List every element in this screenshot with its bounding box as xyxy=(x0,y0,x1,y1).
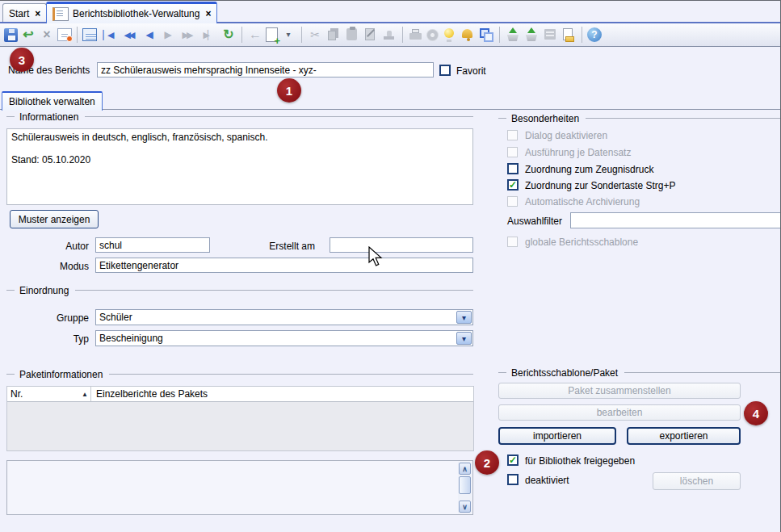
stamp-icon[interactable] xyxy=(381,27,397,43)
copy-icon[interactable] xyxy=(325,27,342,43)
deaktiviert-label: deaktiviert xyxy=(525,475,569,486)
muster-anzeigen-button[interactable]: Muster anzeigen xyxy=(10,210,99,228)
erstellt-am-input[interactable] xyxy=(330,237,473,253)
separator xyxy=(402,27,403,43)
separator xyxy=(241,27,242,43)
fuer-bibliothek-freigegeben-label: für Bibliothek freigegeben xyxy=(525,455,635,467)
import-basket-icon[interactable] xyxy=(505,27,521,43)
deaktiviert-checkbox[interactable] xyxy=(507,474,519,485)
vertical-scrollbar[interactable]: ∧ ∨ xyxy=(458,462,472,513)
typ-select[interactable]: Bescheinigung ▾ xyxy=(95,330,473,346)
subtab-divider xyxy=(0,109,781,110)
new-report-icon[interactable] xyxy=(266,27,278,42)
annotation-badge-4: 4 xyxy=(744,401,768,425)
paste-icon[interactable] xyxy=(344,27,360,43)
tab-start[interactable]: Start × xyxy=(2,3,47,23)
save-icon[interactable] xyxy=(4,28,18,42)
paketinformationen-group-header: Paketinformationen xyxy=(6,369,473,379)
importieren-button[interactable]: importieren xyxy=(498,427,616,445)
paket-col-einzelberichte[interactable]: Einzelberichte des Pakets xyxy=(91,387,473,401)
zuordnung-sondertaste-label: Zuordnung zur Sondertaste Strg+P xyxy=(525,180,675,191)
new-report-dropdown-icon[interactable]: ▾ xyxy=(280,27,296,43)
ausfuehrung-je-datensatz-label: Ausführung je Datensatz xyxy=(525,147,631,158)
bottom-textarea[interactable]: ∧ ∨ xyxy=(6,460,473,515)
berichtsschablone-title: Berichtsschablone/Paket xyxy=(511,367,618,379)
tab-berichtsbibliothek-close-icon[interactable]: × xyxy=(205,8,211,19)
dialog-deaktivieren-checkbox[interactable] xyxy=(507,130,518,140)
print-icon[interactable] xyxy=(408,27,424,43)
copy-table-icon[interactable] xyxy=(82,28,97,41)
informationen-group-header: Informationen xyxy=(6,111,473,122)
tab-start-label: Start xyxy=(9,8,29,19)
typ-dropdown-icon[interactable]: ▾ xyxy=(456,332,472,345)
gruppe-dropdown-icon[interactable]: ▾ xyxy=(456,311,472,324)
export-basket-icon[interactable] xyxy=(523,27,540,43)
globale-berichtsschablone-checkbox[interactable] xyxy=(507,237,518,247)
auswahlfilter-label: Auswahlfilter xyxy=(507,216,562,227)
nav-first-icon[interactable]: ▏◀ xyxy=(99,27,118,43)
tab-berichtsbibliothek[interactable]: Berichtsbibliothek-Verwaltung × xyxy=(46,2,217,23)
refresh-icon[interactable]: ↻ xyxy=(220,27,237,43)
delete-icon[interactable]: × xyxy=(39,27,55,43)
zuordnung-sondertaste-checkbox[interactable]: ✓ xyxy=(507,179,519,191)
zuordnung-zeugnisdruck-label: Zuordnung zum Zeugnisdruck xyxy=(525,164,653,175)
tab-start-close-icon[interactable]: × xyxy=(35,8,40,19)
help-icon[interactable]: ? xyxy=(587,27,602,42)
informationen-line1: Schülerausweis in deutsch, englisch, fra… xyxy=(11,132,468,143)
nav-fast-forward-icon[interactable]: ▶▶ xyxy=(178,27,197,43)
bearbeiten-button[interactable]: bearbeiten xyxy=(498,404,741,421)
gruppe-label: Gruppe xyxy=(6,312,89,324)
cut-icon[interactable]: ✂ xyxy=(307,27,323,43)
informationen-textarea[interactable]: Schülerausweis in deutsch, englisch, fra… xyxy=(6,128,473,205)
bell-icon[interactable] xyxy=(460,27,476,43)
favorit-checkbox[interactable] xyxy=(439,65,451,76)
typ-label: Typ xyxy=(6,333,89,345)
tab-bibliothek-verwalten[interactable]: Bibliothek verwalten xyxy=(2,91,103,111)
besonderheiten-group-header: Besonderheiten xyxy=(498,113,780,124)
nav-last-icon[interactable]: ▶▏ xyxy=(199,27,218,43)
paketinformationen-title: Paketinformationen xyxy=(19,369,103,380)
archive-icon[interactable] xyxy=(542,27,558,43)
disc-icon[interactable] xyxy=(426,29,439,41)
paket-table: Nr. ▲ Einzelberichte des Pakets xyxy=(6,386,474,451)
name-des-berichts-input[interactable]: zz Schülerausweis mehrsprachig Innenseit… xyxy=(97,62,434,77)
nav-back-icon[interactable]: ◀ xyxy=(141,27,157,43)
fuer-bibliothek-freigegeben-checkbox[interactable]: ✓ xyxy=(507,455,519,466)
autor-input[interactable]: schul xyxy=(95,237,210,253)
nav-next-icon[interactable]: ▶ xyxy=(160,27,176,43)
modus-input[interactable]: Etikettengenerator xyxy=(95,258,473,273)
einordnung-group-header: Einordnung xyxy=(6,285,473,295)
toolbar: ↩×▏◀◀◀◀▶▶▶▶▏↻←▾✂? xyxy=(0,23,781,47)
paket-table-body[interactable] xyxy=(7,402,473,452)
dialog-deaktivieren-label: Dialog deaktivieren xyxy=(525,130,607,141)
paket-zusammenstellen-button[interactable]: Paket zusammenstellen xyxy=(498,383,741,399)
mouse-cursor xyxy=(368,246,383,267)
automatische-archivierung-checkbox[interactable] xyxy=(507,196,518,207)
auswahlfilter-input[interactable] xyxy=(570,212,781,228)
separator xyxy=(582,27,582,43)
paket-col-nr[interactable]: Nr. ▲ xyxy=(7,387,91,401)
scrollbar-thumb[interactable] xyxy=(459,476,471,494)
template-squares-icon[interactable] xyxy=(478,27,494,43)
edit-report-icon[interactable] xyxy=(363,27,379,43)
sort-asc-icon: ▲ xyxy=(82,391,88,398)
paket-table-header: Nr. ▲ Einzelberichte des Pakets xyxy=(7,387,473,402)
scroll-down-icon[interactable]: ∨ xyxy=(459,501,471,513)
gruppe-select[interactable]: Schüler ▾ xyxy=(95,309,473,325)
export-file-icon[interactable] xyxy=(561,27,577,43)
zuordnung-zeugnisdruck-checkbox[interactable] xyxy=(507,163,519,174)
ausfuehrung-je-datensatz-checkbox[interactable] xyxy=(507,147,518,157)
hint-bulb-icon[interactable] xyxy=(441,27,457,43)
separator xyxy=(77,27,78,43)
nav-fast-back-icon[interactable]: ◀◀ xyxy=(120,27,139,43)
undo-icon[interactable]: ↩ xyxy=(20,27,36,43)
autor-label: Autor xyxy=(6,241,89,252)
back-icon[interactable]: ← xyxy=(247,27,263,43)
besonderheiten-title: Besonderheiten xyxy=(511,113,579,124)
scroll-up-icon[interactable]: ∧ xyxy=(459,463,471,475)
exportieren-button[interactable]: exportieren xyxy=(627,427,741,445)
typ-value: Bescheinigung xyxy=(96,333,456,344)
automatische-archivierung-label: Automatische Archivierung xyxy=(525,196,640,207)
record-card-icon[interactable] xyxy=(57,28,72,41)
loeschen-button[interactable]: löschen xyxy=(653,472,741,490)
